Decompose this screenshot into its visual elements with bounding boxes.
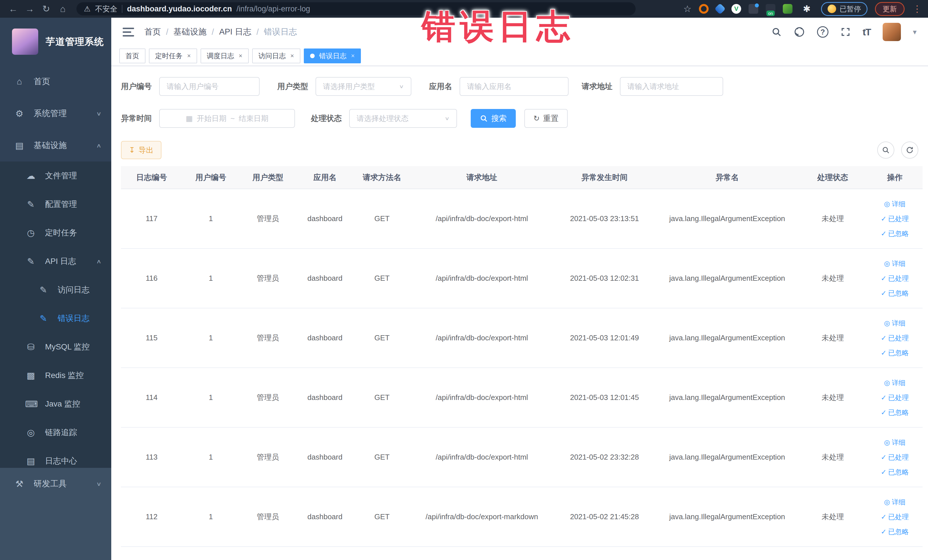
- mark-ignored-icon: ✓: [881, 524, 886, 539]
- tab-close-icon[interactable]: ×: [239, 52, 243, 60]
- search-button[interactable]: 搜索: [471, 109, 516, 128]
- sidebar-toggle-icon[interactable]: [123, 27, 134, 37]
- user-id-input[interactable]: [166, 82, 252, 91]
- extension-green-icon[interactable]: V: [731, 4, 741, 14]
- app-name-input[interactable]: [467, 82, 561, 91]
- extension-on-badge-icon[interactable]: [766, 4, 775, 14]
- address-bar[interactable]: ⚠ 不安全 dashboard.yudao.iocoder.cn /infra/…: [76, 2, 636, 15]
- mark-ignored-link[interactable]: ✓已忽略: [869, 524, 920, 539]
- extension-grid-icon[interactable]: [749, 4, 758, 14]
- mark-ignored-link[interactable]: ✓已忽略: [869, 465, 920, 479]
- sidebar-item-infrastructure[interactable]: ▤基础设施∧: [0, 130, 111, 162]
- breadcrumb-item[interactable]: API 日志: [219, 26, 251, 38]
- api-log-icon: ✎: [25, 256, 37, 267]
- font-size-icon[interactable]: tT: [863, 26, 871, 38]
- sidebar-item-dev-tools[interactable]: ⚒研发工具∨: [0, 468, 111, 500]
- browser-home-icon[interactable]: ⌂: [56, 4, 70, 14]
- fullscreen-icon[interactable]: [840, 27, 851, 37]
- mysql-monitor-icon: ⛁: [25, 342, 37, 352]
- sidebar-item-trace[interactable]: ◎链路追踪: [0, 418, 111, 447]
- github-icon[interactable]: [794, 26, 805, 38]
- toggle-search-button[interactable]: [877, 142, 894, 159]
- detail-link[interactable]: ◎详细: [869, 256, 920, 271]
- sidebar-menu-top: ⌂首页⚙系统管理∨▤基础设施∧: [0, 66, 111, 162]
- request-url-field[interactable]: [620, 77, 723, 96]
- sidebar-item-error-log[interactable]: ✎错误日志: [0, 304, 111, 333]
- forward-icon[interactable]: →: [23, 4, 37, 14]
- mark-processed-link[interactable]: ✓已处理: [869, 390, 920, 405]
- mark-ignored-link[interactable]: ✓已忽略: [869, 405, 920, 420]
- sidebar-submenu: ☁文件管理✎配置管理◷定时任务✎API 日志∧✎访问日志✎错误日志⛁MySQL …: [0, 162, 111, 475]
- tab-error-log[interactable]: 错误日志×: [304, 49, 361, 63]
- request-url-input[interactable]: [627, 82, 716, 91]
- extensions-puzzle-icon[interactable]: ✱: [800, 3, 814, 14]
- mark-ignored-link[interactable]: ✓已忽略: [869, 286, 920, 301]
- tab-schedule-log[interactable]: 调度日志×: [200, 49, 249, 63]
- sidebar-item-mysql-monitor[interactable]: ⛁MySQL 监控: [0, 333, 111, 361]
- app-logo-row[interactable]: 芋道管理系统: [0, 18, 111, 66]
- process-status-select[interactable]: 请选择处理状态 ∨: [349, 109, 457, 128]
- tab-home[interactable]: 首页: [119, 49, 145, 63]
- breadcrumb-item[interactable]: 首页: [144, 26, 161, 38]
- reload-icon[interactable]: ↻: [40, 3, 53, 14]
- mark-ignored-link[interactable]: ✓已忽略: [869, 226, 920, 241]
- sidebar-item-access-log[interactable]: ✎访问日志: [0, 276, 111, 304]
- detail-link[interactable]: ◎详细: [869, 495, 920, 510]
- tab-close-icon[interactable]: ×: [351, 52, 355, 60]
- column-header: 日志编号: [121, 166, 182, 189]
- detail-icon: ◎: [884, 375, 890, 390]
- search-icon[interactable]: [771, 27, 781, 37]
- sidebar-item-java-monitor[interactable]: ⌨Java 监控: [0, 390, 111, 418]
- cell-method: GET: [353, 249, 411, 308]
- extension-leaf-icon[interactable]: [783, 4, 792, 14]
- app-name-field[interactable]: [459, 77, 569, 96]
- detail-link[interactable]: ◎详细: [869, 375, 920, 390]
- sidebar-item-config-mgmt[interactable]: ✎配置管理: [0, 190, 111, 218]
- browser-menu-icon[interactable]: ⋮: [913, 3, 922, 14]
- mark-processed-link[interactable]: ✓已处理: [869, 450, 920, 465]
- cell-actions: ◎详细✓已处理✓已忽略: [867, 249, 923, 308]
- docs-help-icon[interactable]: ?: [817, 26, 829, 38]
- tab-access-log[interactable]: 访问日志×: [252, 49, 301, 63]
- refresh-table-button[interactable]: [901, 142, 918, 159]
- sidebar-item-system-mgmt[interactable]: ⚙系统管理∨: [0, 98, 111, 130]
- detail-link[interactable]: ◎详细: [869, 316, 920, 331]
- reset-button[interactable]: ↻ 重置: [524, 109, 568, 128]
- detail-link[interactable]: ◎详细: [869, 435, 920, 450]
- mark-ignored-link[interactable]: ✓已忽略: [869, 345, 920, 360]
- user-id-field[interactable]: [159, 77, 259, 96]
- user-menu-caret-icon[interactable]: ▾: [913, 27, 917, 37]
- cell-actions: ◎详细✓已处理✓已忽略: [867, 368, 923, 427]
- tab-scheduled-jobs[interactable]: 定时任务×: [149, 49, 197, 63]
- mark-processed-link[interactable]: ✓已处理: [869, 331, 920, 345]
- bookmark-star-icon[interactable]: ☆: [683, 3, 691, 14]
- sidebar-item-redis-monitor[interactable]: ▩Redis 监控: [0, 361, 111, 390]
- mark-processed-link[interactable]: ✓已处理: [869, 271, 920, 286]
- sidebar-item-scheduled-jobs[interactable]: ◷定时任务: [0, 218, 111, 247]
- mark-processed-link[interactable]: ✓已处理: [869, 211, 920, 226]
- tab-close-icon[interactable]: ×: [290, 52, 294, 60]
- sidebar-item-api-log[interactable]: ✎API 日志∧: [0, 247, 111, 276]
- export-button[interactable]: ↧ 导出: [121, 141, 162, 159]
- exception-time-range-picker[interactable]: ▦ 开始日期 ~ 结束日期: [159, 109, 295, 128]
- cell-user-type: 管理员: [240, 487, 296, 546]
- paused-badge[interactable]: 已暂停: [821, 2, 867, 16]
- column-header: 用户类型: [240, 166, 296, 189]
- sidebar-item-home[interactable]: ⌂首页: [0, 66, 111, 98]
- detail-icon: ◎: [884, 495, 890, 510]
- mark-processed-link[interactable]: ✓已处理: [869, 510, 920, 524]
- user-type-select[interactable]: 请选择用户类型 ∨: [316, 77, 411, 96]
- mark-processed-icon: ✓: [881, 331, 886, 345]
- chrome-update-button[interactable]: 更新: [875, 2, 905, 16]
- extension-orange-icon[interactable]: [699, 4, 709, 14]
- detail-link[interactable]: ◎详细: [869, 197, 920, 211]
- extension-blue-icon[interactable]: [714, 3, 726, 15]
- breadcrumb-item[interactable]: 基础设施: [174, 26, 206, 38]
- user-avatar[interactable]: [883, 23, 901, 41]
- sidebar-item-file-mgmt[interactable]: ☁文件管理: [0, 162, 111, 190]
- back-icon[interactable]: ←: [6, 4, 20, 14]
- not-secure-icon: ⚠: [84, 5, 90, 14]
- cell-id: 114: [121, 368, 182, 427]
- tab-close-icon[interactable]: ×: [187, 52, 191, 60]
- not-secure-label[interactable]: 不安全: [95, 4, 117, 14]
